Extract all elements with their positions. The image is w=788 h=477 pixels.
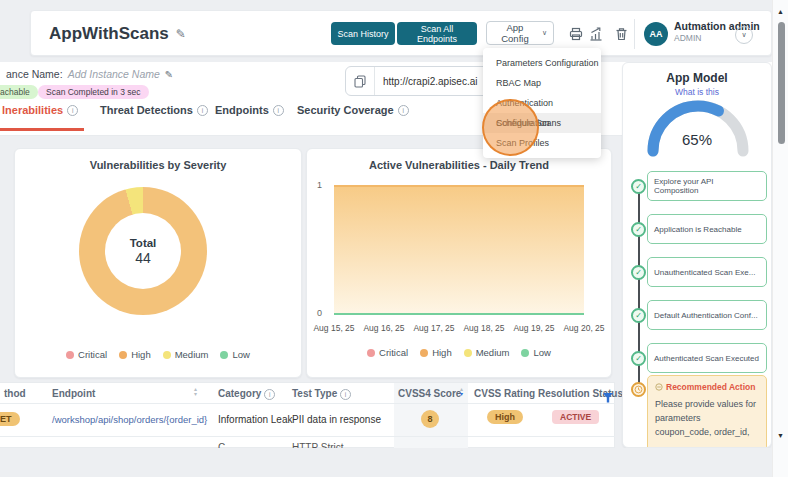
row-divider: [0, 436, 615, 437]
delete-icon[interactable]: [615, 27, 628, 45]
severity-donut-chart[interactable]: Total 44: [79, 187, 207, 315]
legend-critical[interactable]: Critical: [78, 349, 107, 360]
col-category[interactable]: Category i: [218, 388, 275, 400]
tab-threat-detections[interactable]: Threat Detections i: [100, 104, 208, 116]
recommended-action-line: Please provide values for: [655, 397, 759, 411]
info-icon[interactable]: i: [197, 105, 208, 116]
status-badge: ACTIVE: [552, 410, 599, 424]
vulnerabilities-by-severity-card: Vulnerabilities by Severity Total 44 Cri…: [14, 148, 302, 378]
step-check-icon: ✓: [631, 179, 646, 194]
col-endpoint[interactable]: Endpoint: [52, 388, 95, 399]
tab-security-coverage[interactable]: Security Coverage i: [297, 104, 409, 116]
table-row[interactable]: ET /workshop/api/shop/orders/{order_id} …: [0, 404, 615, 436]
sort-icon-active[interactable]: ▴▾: [460, 387, 463, 397]
col-cvss-rating[interactable]: CVSS Rating: [474, 388, 535, 399]
info-icon[interactable]: i: [264, 389, 275, 400]
scrollbar-track[interactable]: ▲ ▼: [772, 0, 788, 477]
recommended-action-line: parameters: [655, 411, 759, 425]
legend-low[interactable]: Low: [533, 347, 550, 358]
info-icon[interactable]: i: [67, 105, 78, 116]
scan-all-endpoints-button[interactable]: Scan All Endpoints: [397, 22, 477, 45]
medium-dot: [163, 351, 171, 359]
info-icon[interactable]: i: [340, 389, 351, 400]
edit-title-icon[interactable]: ✎: [176, 27, 186, 41]
donut-center-label: Total: [130, 237, 157, 249]
scan-history-button[interactable]: Scan History: [331, 22, 395, 45]
edit-instance-icon[interactable]: ✎: [165, 69, 173, 80]
click-annotation-circle: [482, 99, 539, 156]
tab-endpoints[interactable]: Endpoints i: [215, 104, 284, 116]
daily-trend-card: Active Vulnerabilities - Daily Trend 1 0…: [306, 148, 612, 378]
area-legend: Critical High Medium Low: [307, 347, 611, 358]
legend-medium[interactable]: Medium: [175, 349, 209, 360]
findings-table: thod Endpoint ▴▾ Category i Test Type i …: [0, 382, 615, 448]
chevron-down-icon: ∨: [542, 29, 547, 37]
method-badge: ET: [0, 412, 20, 426]
x-label-0: Aug 15, 25: [313, 323, 354, 333]
recommended-action-box[interactable]: Recommended Action Please provide values…: [647, 375, 767, 448]
step-item[interactable]: Default Authentication Conf...: [647, 300, 767, 330]
col-cvss4-score[interactable]: CVSS4 Score: [398, 388, 461, 399]
cell-test-type: PII data in response: [292, 414, 381, 425]
app-model-title: App Model: [623, 71, 771, 85]
avatar[interactable]: AA: [644, 22, 668, 46]
step-check-icon: ✓: [631, 265, 646, 280]
step-check-icon: ✓: [631, 351, 646, 366]
legend-low[interactable]: Low: [232, 349, 249, 360]
copy-url-icon[interactable]: [346, 67, 375, 95]
legend-critical[interactable]: Critical: [379, 347, 408, 358]
instance-name-placeholder[interactable]: Add Instance Name: [68, 68, 160, 80]
tab-label: lnerabilities: [2, 104, 63, 116]
analytics-icon[interactable]: [589, 27, 603, 45]
low-dot: [220, 351, 228, 359]
step-item[interactable]: Explore your API Composition: [647, 171, 767, 201]
menu-item-parameters-configuration[interactable]: Parameters Configuration: [483, 53, 601, 73]
dashboard: AppWithScans ✎ Scan History Scan All End…: [0, 0, 788, 477]
app-url[interactable]: http://crapi2.apisec.ai: [375, 76, 478, 87]
cell-category: Information Leak: [218, 414, 293, 425]
trend-area-plot[interactable]: [334, 185, 584, 315]
area-chart-title: Active Vulnerabilities - Daily Trend: [307, 159, 611, 171]
tab-label: Threat Detections: [100, 104, 193, 116]
progress-value: 65%: [623, 131, 771, 148]
info-icon[interactable]: i: [398, 105, 409, 116]
step-item[interactable]: Authenticated Scan Executed: [647, 343, 767, 373]
y-tick-0: 0: [317, 308, 322, 318]
instance-name-label: ance Name:: [6, 68, 63, 80]
x-label-5: Aug 20, 25: [563, 323, 604, 333]
donut-legend: Critical High Medium Low: [15, 349, 301, 360]
tab-vulnerabilities[interactable]: lnerabilities i: [2, 104, 78, 116]
chevron-down-icon: ∨: [741, 31, 746, 39]
step-check-icon: ✓: [631, 222, 646, 237]
legend-medium[interactable]: Medium: [476, 347, 510, 358]
score-badge: 8: [421, 410, 439, 428]
x-label-1: Aug 16, 25: [363, 323, 404, 333]
low-series-line: [334, 313, 584, 315]
reachable-badge: achable: [0, 85, 38, 99]
menu-item-rbac-map[interactable]: RBAC Map: [483, 73, 601, 93]
scan-completed-badge: Scan Completed in 3 sec: [38, 85, 149, 99]
legend-high[interactable]: High: [432, 347, 452, 358]
x-label-4: Aug 19, 25: [513, 323, 554, 333]
scroll-up-arrow[interactable]: ▲: [777, 8, 784, 15]
cell-endpoint[interactable]: /workshop/api/shop/orders/{order_id}: [52, 414, 207, 425]
col-test-type[interactable]: Test Type i: [292, 388, 351, 400]
header-bar: AppWithScans ✎ Scan History Scan All End…: [30, 10, 772, 56]
active-tab-underline: [0, 128, 84, 131]
action-circle-icon: [655, 383, 663, 391]
step-item[interactable]: Unauthenticated Scan Exe...: [647, 257, 767, 287]
scrollbar-thumb[interactable]: [778, 22, 785, 144]
step-item[interactable]: Application is Reachable: [647, 214, 767, 244]
donut-chart-title: Vulnerabilities by Severity: [15, 159, 301, 171]
info-icon[interactable]: i: [273, 105, 284, 116]
scroll-down-arrow[interactable]: ▼: [777, 432, 784, 439]
sort-icon[interactable]: ▴▾: [194, 387, 197, 397]
app-config-button[interactable]: App Config ∨: [486, 21, 554, 45]
col-method[interactable]: thod: [4, 388, 26, 399]
donut-total-value: 44: [135, 250, 151, 266]
print-icon[interactable]: [569, 27, 583, 45]
app-model-panel: App Model What is this 65% ✓ Explore you…: [622, 62, 772, 448]
legend-high[interactable]: High: [131, 349, 151, 360]
user-menu-chevron[interactable]: ∨: [735, 26, 753, 44]
what-is-this-link[interactable]: What is this: [623, 87, 771, 97]
